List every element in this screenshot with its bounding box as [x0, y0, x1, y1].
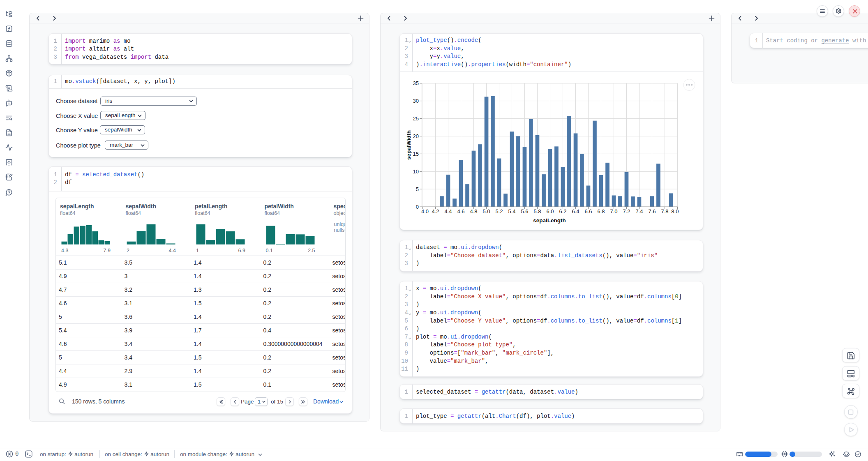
svg-text:5.6: 5.6 [521, 208, 528, 214]
svg-text:4.2: 4.2 [432, 208, 439, 214]
svg-text:6.2: 6.2 [559, 208, 566, 214]
svg-text:4.0: 4.0 [421, 208, 429, 214]
svg-text:5: 5 [416, 186, 419, 192]
svg-text:30: 30 [413, 98, 419, 104]
svg-text:10: 10 [413, 168, 419, 175]
svg-text:5.0: 5.0 [482, 208, 490, 214]
svg-text:6.8: 6.8 [597, 208, 605, 214]
svg-text:4.4: 4.4 [444, 208, 452, 214]
svg-text:6.4: 6.4 [572, 208, 579, 214]
svg-text:4.6: 4.6 [457, 208, 464, 214]
svg-text:7.6: 7.6 [648, 208, 656, 214]
svg-text:4.8: 4.8 [470, 208, 477, 214]
svg-text:20: 20 [413, 133, 419, 139]
svg-text:5.4: 5.4 [508, 208, 515, 214]
svg-text:7.8: 7.8 [661, 208, 668, 214]
svg-text:25: 25 [413, 115, 419, 122]
svg-text:0: 0 [416, 204, 419, 210]
svg-text:sepalWidth: sepalWidth [406, 130, 412, 160]
svg-text:sepalLength: sepalLength [533, 217, 566, 224]
svg-text:7.4: 7.4 [635, 208, 643, 214]
svg-text:15: 15 [413, 151, 419, 157]
svg-text:6.6: 6.6 [584, 208, 592, 214]
svg-text:7.0: 7.0 [610, 208, 617, 214]
svg-text:5.2: 5.2 [495, 208, 503, 214]
svg-text:8.0: 8.0 [671, 208, 679, 214]
svg-text:6.0: 6.0 [546, 208, 554, 214]
svg-text:5.8: 5.8 [533, 208, 541, 214]
svg-text:7.2: 7.2 [623, 208, 630, 214]
svg-text:35: 35 [413, 81, 419, 87]
